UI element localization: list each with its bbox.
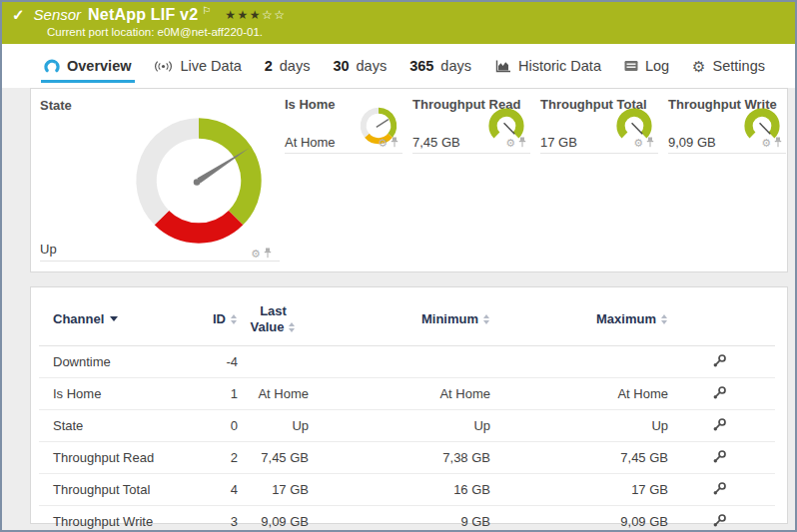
pin-icon[interactable] [646, 134, 654, 152]
sensor-title: NetApp LIF v2 [88, 6, 198, 24]
channel-id-cell: 2 [189, 441, 238, 473]
tab-live-data[interactable]: Live Data [154, 49, 241, 83]
star-empty-icon[interactable]: ☆ [262, 8, 274, 22]
pin-icon[interactable] [391, 134, 398, 152]
gauge-panel-throughput-total[interactable]: Throughput Total 17 GB ⚙ [540, 97, 658, 153]
channel-id-cell: 4 [189, 473, 238, 505]
channel-gear-icon[interactable]: ⚙ [505, 138, 515, 149]
channel-id-cell: 0 [189, 409, 238, 441]
gear-icon: ⚙ [692, 59, 705, 74]
broadcast-icon [154, 60, 173, 73]
column-header-maximum[interactable]: Maximum [490, 287, 668, 345]
table-row: Throughput Total 4 17 GB 16 GB 17 GB [39, 473, 775, 505]
rating-stars: ★★★☆☆ [225, 8, 286, 22]
status-check-icon: ✓ [12, 6, 25, 24]
minimum-cell [309, 345, 490, 377]
last-value-cell: 9,09 GB [238, 505, 309, 532]
channel-gear-icon[interactable]: ⚙ [251, 249, 261, 260]
last-value-cell: Up [238, 409, 309, 441]
last-value-cell: 7,45 GB [238, 441, 309, 473]
channel-name-cell: Throughput Read [39, 441, 189, 473]
tab-2-days[interactable]: 2 days [265, 49, 311, 83]
channel-table-body: Downtime -4 Is Home [39, 345, 775, 532]
divider [40, 261, 280, 262]
sort-desc-icon [110, 316, 118, 321]
maximum-cell: 7,45 GB [490, 441, 668, 473]
pin-icon[interactable] [518, 134, 526, 152]
star-filled-icon[interactable]: ★ [225, 8, 237, 22]
divider [540, 153, 658, 154]
edit-channel-wrench-icon[interactable] [712, 417, 727, 435]
edit-channel-wrench-icon[interactable] [712, 449, 727, 467]
column-header-last-value[interactable]: Last Value [238, 287, 309, 345]
area-chart-icon [494, 60, 511, 73]
sensor-type-label: Sensor [34, 6, 82, 23]
edit-channel-wrench-icon[interactable] [712, 353, 727, 371]
maximum-cell: 9,09 GB [490, 505, 668, 532]
pin-icon[interactable] [774, 134, 782, 152]
minimum-cell: 7,38 GB [309, 441, 490, 473]
last-value-cell: 17 GB [238, 473, 309, 505]
edit-channel-wrench-icon[interactable] [712, 385, 727, 403]
minimum-cell: At Home [309, 377, 490, 409]
star-empty-icon[interactable]: ☆ [274, 8, 286, 22]
divider [285, 153, 402, 154]
channel-name-cell: Downtime [39, 345, 189, 377]
channel-id-cell: 1 [189, 377, 238, 409]
tab-bar: Overview Live Data 2 days 30 days 365 [2, 44, 795, 88]
gauge-value: At Home [285, 135, 336, 150]
column-header-channel[interactable]: Channel [39, 287, 189, 345]
table-row: Downtime -4 [39, 345, 775, 377]
sort-icon [661, 314, 668, 324]
last-value-cell [238, 345, 309, 377]
table-row: State 0 Up Up Up [39, 409, 775, 441]
sort-icon [231, 314, 238, 324]
channel-gear-icon[interactable]: ⚙ [633, 138, 643, 149]
column-header-id[interactable]: ID [189, 287, 238, 345]
gauge-panel-throughput-read[interactable]: Throughput Read 7,45 GB ⚙ [412, 97, 530, 153]
edit-channel-wrench-icon[interactable] [712, 513, 727, 531]
channel-name-cell: State [39, 409, 189, 441]
column-header-minimum[interactable]: Minimum [309, 287, 490, 345]
priority-flag-icon[interactable]: ⚐ [202, 5, 211, 16]
tab-365-days[interactable]: 365 days [409, 49, 471, 83]
channel-id-cell: -4 [189, 345, 238, 377]
state-gauge-value: Up [40, 242, 57, 257]
minimum-cell: 16 GB [309, 473, 490, 505]
star-filled-icon[interactable]: ★ [238, 8, 250, 22]
maximum-cell [490, 345, 668, 377]
minimum-cell: 9 GB [309, 505, 490, 532]
channel-table: Channel ID Last Value Minimum Maximum [39, 287, 775, 532]
star-filled-icon[interactable]: ★ [250, 8, 262, 22]
tab-historic-data[interactable]: Historic Data [494, 49, 601, 83]
channel-gear-icon[interactable]: ⚙ [378, 138, 388, 149]
gauge-panel-is-home[interactable]: Is Home At Home ⚙ [285, 97, 402, 153]
gauge-value: 9,09 GB [668, 135, 716, 150]
state-gauge-label: State [40, 98, 72, 113]
sort-icon [289, 322, 296, 332]
tab-overview[interactable]: Overview [44, 49, 132, 83]
gauge-panel-throughput-write[interactable]: Throughput Write 9,09 GB ⚙ [668, 97, 786, 153]
channel-gear-icon[interactable]: ⚙ [761, 138, 771, 149]
pin-icon[interactable] [264, 245, 272, 263]
channel-name-cell: Is Home [39, 377, 189, 409]
tab-30-days[interactable]: 30 days [333, 49, 387, 83]
divider [668, 153, 786, 154]
maximum-cell: Up [490, 409, 668, 441]
channel-name-cell: Throughput Total [39, 473, 189, 505]
minimum-cell: Up [309, 409, 490, 441]
state-gauge[interactable] [131, 113, 267, 249]
prtg-sensor-window: ✓ Sensor NetApp LIF v2 ⚐ ★★★☆☆ Current p… [0, 0, 797, 532]
table-row: Is Home 1 At Home At Home At Home [39, 377, 775, 409]
edit-channel-wrench-icon[interactable] [712, 481, 727, 499]
tab-settings[interactable]: ⚙ Settings [692, 49, 765, 83]
tab-log[interactable]: Log [624, 49, 669, 83]
log-list-icon [624, 60, 638, 72]
sensor-header: ✓ Sensor NetApp LIF v2 ⚐ ★★★☆☆ Current p… [2, 2, 795, 44]
sensor-subtitle: Current port location: e0M@net-aff220-01… [47, 26, 263, 38]
gauge-value: 17 GB [540, 135, 577, 150]
channel-name-cell: Throughput Write [39, 505, 189, 532]
divider [412, 153, 530, 154]
sort-icon [483, 314, 490, 324]
table-row: Throughput Read 2 7,45 GB 7,38 GB 7,45 G… [39, 441, 775, 473]
